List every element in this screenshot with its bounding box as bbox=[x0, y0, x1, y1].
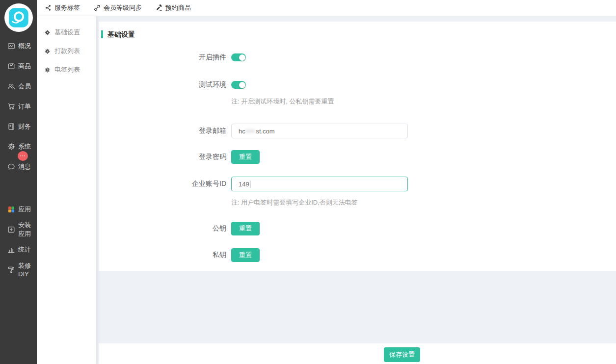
save-settings-button[interactable]: 保存设置 bbox=[384, 347, 420, 362]
main-sidebar: 概况 商品 会员 订单 bbox=[0, 0, 37, 364]
background-spacer bbox=[96, 271, 616, 343]
main-nav: 概况 商品 会员 订单 bbox=[0, 36, 37, 280]
basic-settings-card: 基础设置 开启插件 测试环境 注: 开启测试环境时, 公私钥需要重置 登录邮箱 … bbox=[99, 22, 616, 271]
sidebar-item-label: 商品 bbox=[18, 62, 31, 71]
messages-badge: ··· bbox=[18, 151, 28, 161]
subnav-item-label: 电签列表 bbox=[54, 65, 80, 74]
app-window: 概况 商品 会员 订单 bbox=[0, 0, 616, 364]
install-app-icon bbox=[7, 226, 15, 234]
sidebar-item-overview[interactable]: 概况 bbox=[0, 36, 37, 56]
sidebar-item-members[interactable]: 会员 bbox=[0, 76, 37, 96]
sidebar-item-goods[interactable]: 商品 bbox=[0, 56, 37, 76]
sidebar-item-label: 概况 bbox=[18, 42, 31, 51]
gear-icon bbox=[44, 48, 51, 54]
sidebar-item-stats[interactable]: 统计 bbox=[0, 239, 37, 260]
content-area: 基础设置 开启插件 测试环境 注: 开启测试环境时, 公私钥需要重置 登录邮箱 … bbox=[96, 16, 616, 364]
private-key-reset-button[interactable]: 重置 bbox=[231, 248, 260, 262]
gavel-icon bbox=[156, 4, 162, 11]
goods-icon bbox=[7, 62, 15, 70]
private-key-label: 私钥 bbox=[99, 251, 231, 260]
sidebar-item-apps[interactable]: 应用 bbox=[0, 199, 37, 219]
form-row-email: 登录邮箱 hc•••st.com bbox=[99, 124, 616, 138]
toggle-knob bbox=[239, 82, 245, 88]
sidebar-item-label: 系统 bbox=[18, 142, 31, 151]
apps-icon bbox=[7, 206, 15, 213]
text-caret bbox=[250, 181, 250, 188]
topbar: 服务标签 会员等级同步 预约商品 bbox=[37, 0, 616, 16]
footer-action-bar: 保存设置 bbox=[99, 343, 616, 364]
email-label: 登录邮箱 bbox=[99, 127, 231, 135]
subnav-item-basic-settings[interactable]: 基础设置 bbox=[37, 23, 96, 42]
sidebar-item-label: 安装应用 bbox=[18, 221, 37, 238]
password-label: 登录密码 bbox=[99, 153, 231, 161]
finance-icon bbox=[7, 123, 15, 130]
subnav-item-payment-list[interactable]: 打款列表 bbox=[37, 42, 96, 60]
app-logo-icon bbox=[4, 3, 33, 32]
section-title: 基础设置 bbox=[101, 30, 616, 38]
system-icon bbox=[7, 143, 15, 151]
sidebar-item-label: 财务 bbox=[18, 122, 31, 131]
sidebar-item-label: 装修DIY bbox=[18, 261, 37, 278]
subnav-item-esign-list[interactable]: 电签列表 bbox=[37, 60, 96, 79]
gear-icon bbox=[44, 29, 51, 36]
settings-subnav: 基础设置 打款列表 电签列表 bbox=[37, 16, 96, 364]
email-value-prefix: hc bbox=[239, 128, 245, 135]
company-id-field[interactable]: 149 bbox=[231, 177, 408, 191]
tab-label: 服务标签 bbox=[54, 3, 80, 12]
sidebar-item-messages[interactable]: 消息 ··· bbox=[0, 156, 37, 177]
link-icon bbox=[94, 4, 101, 11]
test-env-label: 测试环境 bbox=[99, 80, 231, 89]
app-logo[interactable] bbox=[0, 0, 37, 32]
sidebar-item-label: 应用 bbox=[18, 205, 31, 214]
email-value-suffix: st.com bbox=[256, 128, 274, 135]
test-env-toggle[interactable] bbox=[231, 81, 246, 89]
form-row-password: 登录密码 重置 bbox=[99, 150, 616, 164]
email-field[interactable]: hc•••st.com bbox=[231, 124, 408, 138]
subnav-item-label: 打款列表 bbox=[54, 47, 80, 55]
sidebar-item-finance[interactable]: 财务 bbox=[0, 116, 37, 136]
company-id-note: 注: 用户电签时需要填写企业ID,否则无法电签 bbox=[231, 198, 616, 207]
overview-icon bbox=[7, 42, 15, 50]
public-key-label: 公钥 bbox=[99, 224, 231, 233]
form-row-plugin: 开启插件 bbox=[99, 53, 616, 62]
orders-icon bbox=[7, 103, 15, 110]
sidebar-item-label: 统计 bbox=[18, 245, 31, 254]
sidebar-item-label: 消息 bbox=[18, 162, 31, 171]
password-reset-button[interactable]: 重置 bbox=[231, 150, 260, 164]
toggle-knob bbox=[239, 54, 245, 61]
sidebar-item-diy[interactable]: 装修DIY bbox=[0, 260, 37, 280]
tab-label: 会员等级同步 bbox=[104, 3, 142, 12]
diy-icon bbox=[7, 266, 15, 274]
stats-icon bbox=[7, 246, 15, 254]
email-value-redacted: ••• bbox=[246, 128, 256, 135]
company-id-label: 企业账号ID bbox=[99, 180, 231, 188]
sidebar-item-install-app[interactable]: 安装应用 bbox=[0, 219, 37, 239]
tab-member-level-sync[interactable]: 会员等级同步 bbox=[94, 3, 142, 12]
sidebar-item-label: 会员 bbox=[18, 82, 31, 91]
tab-service-tags[interactable]: 服务标签 bbox=[45, 3, 80, 12]
tab-label: 预约商品 bbox=[165, 3, 191, 12]
public-key-reset-button[interactable]: 重置 bbox=[231, 222, 260, 235]
sidebar-item-orders[interactable]: 订单 bbox=[0, 96, 37, 116]
form-row-private-key: 私钥 重置 bbox=[99, 248, 616, 262]
subnav-item-label: 基础设置 bbox=[54, 28, 80, 37]
form-row-company-id: 企业账号ID 149 bbox=[99, 177, 616, 191]
test-env-note: 注: 开启测试环境时, 公私钥需要重置 bbox=[231, 97, 616, 106]
share-icon bbox=[45, 4, 52, 11]
company-id-value: 149 bbox=[239, 181, 249, 188]
tab-reserved-goods[interactable]: 预约商品 bbox=[156, 3, 191, 12]
gear-icon bbox=[44, 67, 51, 73]
sidebar-item-label: 订单 bbox=[18, 102, 31, 111]
members-icon bbox=[7, 82, 15, 90]
form-row-test-env: 测试环境 bbox=[99, 80, 616, 89]
form-row-public-key: 公钥 重置 bbox=[99, 222, 616, 235]
messages-icon bbox=[7, 163, 15, 171]
plugin-toggle[interactable] bbox=[231, 53, 246, 61]
plugin-label: 开启插件 bbox=[99, 53, 231, 62]
